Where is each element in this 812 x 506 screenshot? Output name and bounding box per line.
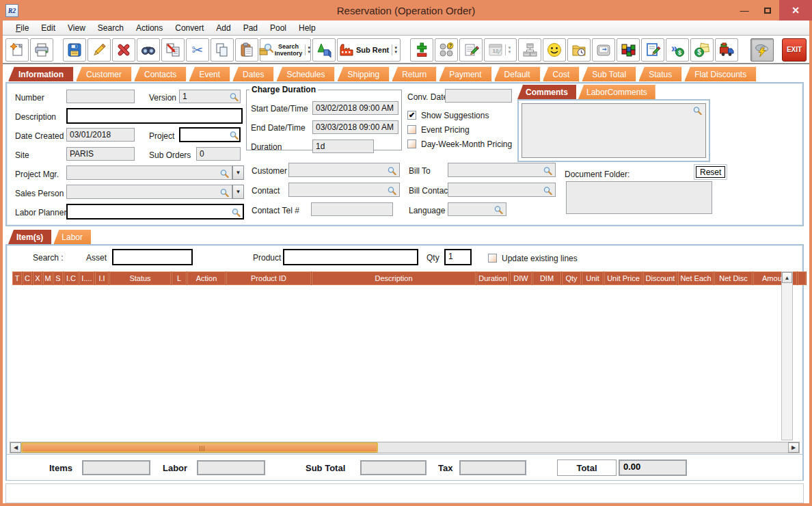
scroll-up-button[interactable]: ▲ bbox=[782, 272, 792, 283]
folder-clock-button[interactable] bbox=[567, 38, 591, 62]
product-search-field[interactable] bbox=[283, 249, 418, 265]
group-suggestions-button[interactable]: ? bbox=[435, 38, 458, 62]
org-chart-button[interactable] bbox=[518, 38, 541, 62]
column-i-i[interactable]: I.I bbox=[95, 271, 109, 285]
column-duration[interactable]: Duration bbox=[476, 271, 509, 285]
note-edit-button[interactable] bbox=[641, 38, 664, 62]
calendar-button[interactable]: 12 ▼▼ bbox=[484, 38, 517, 62]
column-i[interactable]: I.... bbox=[79, 271, 94, 285]
contact-search-icon[interactable] bbox=[388, 186, 396, 195]
menu-convert[interactable]: Convert bbox=[169, 22, 210, 34]
day-week-month-pricing-checkbox[interactable] bbox=[407, 139, 416, 148]
find-button[interactable] bbox=[137, 38, 160, 62]
column-s[interactable]: S bbox=[53, 271, 63, 285]
paste-button[interactable] bbox=[235, 38, 258, 62]
menu-edit[interactable]: Edit bbox=[35, 22, 62, 34]
search-inventory-dropdown[interactable]: ▼▼ bbox=[305, 44, 312, 55]
update-existing-lines-checkbox[interactable] bbox=[488, 254, 497, 263]
tab-flat-discounts[interactable]: Flat Discounts bbox=[684, 66, 757, 81]
project-mgr-search-icon[interactable] bbox=[220, 169, 229, 178]
comments-search-icon[interactable] bbox=[693, 106, 702, 115]
sub-rent-button[interactable]: Sub Rent ▼▼ bbox=[337, 38, 401, 62]
update-existing-lines[interactable]: Update existing lines bbox=[488, 251, 578, 265]
contact-tel-field[interactable] bbox=[311, 202, 393, 216]
grid-body[interactable] bbox=[12, 286, 782, 440]
option-event-pricing[interactable]: Event Pricing bbox=[407, 122, 512, 137]
menu-file[interactable]: File bbox=[10, 22, 35, 34]
column-i-c[interactable]: I.C bbox=[64, 271, 79, 285]
project-mgr-dropdown[interactable]: ▼ bbox=[232, 165, 244, 180]
tab-return[interactable]: Return bbox=[392, 66, 437, 81]
keyboard-key-button[interactable] bbox=[592, 38, 615, 62]
start-datetime-field[interactable]: 03/02/2018 09:00 AM bbox=[312, 101, 398, 115]
end-datetime-field[interactable]: 03/03/2018 09:00 AM bbox=[312, 120, 398, 134]
scroll-right-button[interactable]: ▶ bbox=[788, 442, 799, 453]
column-c[interactable]: C bbox=[23, 271, 32, 285]
column-diw[interactable]: DIW bbox=[510, 271, 532, 285]
comments-field[interactable] bbox=[522, 103, 706, 158]
column-description[interactable]: Description bbox=[312, 271, 476, 285]
date-created-field[interactable]: 03/01/2018 bbox=[66, 128, 135, 142]
customer-field[interactable] bbox=[288, 163, 400, 177]
menu-help[interactable]: Help bbox=[293, 22, 322, 34]
column-product-id[interactable]: Product ID bbox=[226, 271, 311, 285]
document-folder-field[interactable] bbox=[566, 181, 712, 214]
site-field[interactable]: PARIS bbox=[66, 147, 135, 161]
column-m[interactable]: M bbox=[43, 271, 53, 285]
sales-person-search-icon[interactable] bbox=[220, 188, 229, 197]
tab-payment[interactable]: Payment bbox=[439, 66, 491, 81]
asset-search-field[interactable] bbox=[112, 249, 193, 265]
lightning-button[interactable] bbox=[750, 38, 774, 62]
smiley-button[interactable] bbox=[543, 38, 566, 62]
duration-field[interactable]: 1d bbox=[312, 139, 374, 153]
column-partial[interactable] bbox=[798, 271, 806, 285]
edit-button[interactable] bbox=[87, 38, 111, 62]
exit-button[interactable]: EXIT bbox=[782, 38, 807, 62]
column-l[interactable]: L bbox=[172, 271, 187, 285]
column-net-disc[interactable]: Net Disc bbox=[714, 271, 753, 285]
event-pricing-checkbox[interactable] bbox=[407, 125, 416, 134]
menu-actions[interactable]: Actions bbox=[130, 22, 169, 34]
number-field[interactable] bbox=[66, 90, 135, 103]
forward-dollar-button[interactable]: »$ bbox=[666, 38, 689, 62]
column-discount[interactable]: Discount bbox=[643, 271, 677, 285]
minimize-button[interactable]: ― bbox=[733, 1, 756, 19]
tab-labor-comments[interactable]: LaborComments bbox=[578, 85, 655, 99]
color-blocks-button[interactable] bbox=[617, 38, 640, 62]
column-dim[interactable]: DIM bbox=[532, 271, 561, 285]
menu-add[interactable]: Add bbox=[210, 22, 236, 34]
calendar-dropdown[interactable]: ▼▼ bbox=[505, 44, 513, 55]
column-net-each[interactable]: Net Each bbox=[678, 271, 714, 285]
labor-planner-search-icon[interactable] bbox=[232, 208, 241, 217]
qty-search-field[interactable]: 1 bbox=[444, 249, 472, 265]
tab-items[interactable]: Item(s) bbox=[8, 230, 51, 244]
tab-schedules[interactable]: Schedules bbox=[276, 66, 335, 81]
customer-search-icon[interactable] bbox=[388, 166, 396, 175]
tab-event[interactable]: Event bbox=[189, 66, 230, 81]
description-field[interactable] bbox=[66, 108, 243, 124]
scroll-left-button[interactable]: ◀ bbox=[10, 442, 21, 453]
menu-view[interactable]: View bbox=[62, 22, 92, 34]
column-t[interactable]: T bbox=[12, 271, 22, 285]
bill-contact-search-icon[interactable] bbox=[543, 186, 552, 195]
shapes-button[interactable] bbox=[312, 38, 336, 62]
menu-search[interactable]: Search bbox=[92, 22, 130, 34]
tab-labor[interactable]: Labor bbox=[53, 230, 91, 244]
sub-orders-field[interactable]: 0 bbox=[196, 147, 241, 161]
tab-comments[interactable]: Comments bbox=[517, 85, 576, 99]
bill-to-search-icon[interactable] bbox=[543, 166, 552, 175]
dollar-notes-button[interactable]: $ bbox=[690, 38, 714, 62]
tab-dates[interactable]: Dates bbox=[232, 66, 274, 81]
new-document-button[interactable] bbox=[5, 38, 29, 62]
project-mgr-field[interactable] bbox=[66, 165, 232, 180]
menu-pool[interactable]: Pool bbox=[264, 22, 293, 34]
sub-rent-dropdown[interactable]: ▼▼ bbox=[392, 44, 399, 55]
tab-shipping[interactable]: Shipping bbox=[337, 66, 390, 81]
language-search-icon[interactable] bbox=[494, 205, 503, 214]
show-suggestions-checkbox[interactable]: ✔ bbox=[407, 111, 416, 120]
tab-customer[interactable]: Customer bbox=[76, 66, 132, 81]
column-status[interactable]: Status bbox=[109, 271, 171, 285]
vertical-scrollbar[interactable]: ▲ bbox=[781, 271, 793, 440]
notes-button[interactable] bbox=[459, 38, 483, 62]
tab-contacts[interactable]: Contacts bbox=[134, 66, 187, 81]
